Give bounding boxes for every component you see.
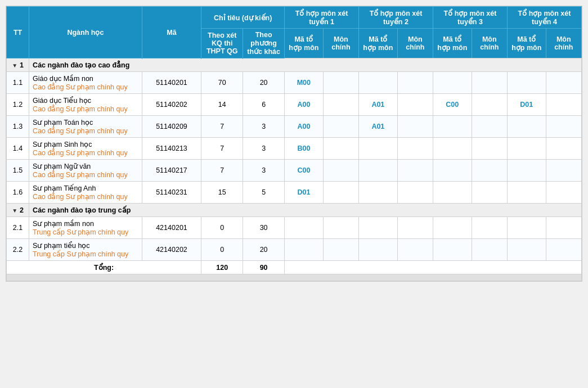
row-ma-hop1: D01 bbox=[285, 182, 324, 204]
row-ma-hop4 bbox=[507, 138, 546, 160]
row-mon2 bbox=[397, 94, 433, 116]
row-mon3 bbox=[472, 94, 507, 116]
total-theo-pp: 90 bbox=[243, 261, 285, 274]
row-nganh-link[interactable]: Trung cấp Sư phạm chính quy bbox=[33, 250, 128, 258]
row-mon1 bbox=[323, 160, 358, 182]
row-mon2 bbox=[397, 72, 433, 94]
row-ma-hop1: A00 bbox=[285, 94, 324, 116]
header-mon-chinh-4: Môn chính bbox=[546, 29, 581, 58]
header-nganh: Ngành học bbox=[29, 7, 142, 58]
row-mon1 bbox=[323, 239, 358, 261]
row-theo-pp: 20 bbox=[243, 239, 285, 261]
row-mon2 bbox=[397, 217, 433, 239]
row-ma-hop2 bbox=[359, 239, 398, 261]
header-mon-chinh-1: Môn chính bbox=[323, 29, 358, 58]
row-theo-kq: 7 bbox=[201, 138, 243, 160]
table-row: 2.2 Sư phạm tiểu học Trung cấp Sư phạm c… bbox=[7, 239, 582, 261]
row-nganh-link[interactable]: Cao đẳng Sư phạm chính quy bbox=[33, 105, 128, 113]
section-id: ▼1 bbox=[7, 58, 29, 72]
row-ma-hop4 bbox=[507, 217, 546, 239]
row-ma: 51140201 bbox=[142, 72, 201, 94]
total-theo-kq: 120 bbox=[201, 261, 243, 274]
row-ma-hop4 bbox=[507, 239, 546, 261]
row-ma-hop3 bbox=[433, 182, 472, 204]
row-ma-hop4 bbox=[507, 72, 546, 94]
row-mon4 bbox=[546, 182, 581, 204]
row-nganh: Sư phạm mầm non Trung cấp Sư phạm chính … bbox=[29, 217, 142, 239]
row-tt: 1.1 bbox=[7, 72, 29, 94]
table-row: 2.1 Sư phạm mầm non Trung cấp Sư phạm ch… bbox=[7, 217, 582, 239]
header-theo-kq: Theo xét KQ thi THPT QG bbox=[201, 29, 243, 58]
row-ma: 51140231 bbox=[142, 182, 201, 204]
table-row: 1.6 Sư phạm Tiếng Anh Cao đẳng Sư phạm c… bbox=[7, 182, 582, 204]
row-nganh-link[interactable]: Cao đẳng Sư phạm chính quy bbox=[33, 193, 128, 201]
row-tt: 2.2 bbox=[7, 239, 29, 261]
row-nganh-link[interactable]: Cao đẳng Sư phạm chính quy bbox=[33, 83, 128, 91]
row-theo-kq: 15 bbox=[201, 182, 243, 204]
header-to-hop-3: Tổ hợp môn xét tuyển 3 bbox=[433, 7, 508, 29]
row-tt: 1.5 bbox=[7, 160, 29, 182]
row-theo-pp: 3 bbox=[243, 160, 285, 182]
row-mon1 bbox=[323, 94, 358, 116]
row-mon3 bbox=[472, 182, 507, 204]
header-to-hop-2: Tổ hợp môn xét tuyển 2 bbox=[359, 7, 433, 29]
table-row: 1.5 Sư phạm Ngữ văn Cao đẳng Sư phạm chí… bbox=[7, 160, 582, 182]
total-empty bbox=[285, 261, 582, 274]
header-ma-hop-2: Mã tổ hợp môn bbox=[359, 29, 398, 58]
row-ma-hop1: C00 bbox=[285, 160, 324, 182]
header-tt: TT bbox=[7, 7, 29, 58]
row-nganh: Giáo dục Mầm non Cao đẳng Sư phạm chính … bbox=[29, 72, 142, 94]
row-ma-hop2 bbox=[359, 182, 398, 204]
row-theo-kq: 0 bbox=[201, 239, 243, 261]
row-ma-hop2 bbox=[359, 72, 398, 94]
row-ma-hop1 bbox=[285, 217, 324, 239]
table-row: 1.3 Sư phạm Toán học Cao đẳng Sư phạm ch… bbox=[7, 116, 582, 138]
row-ma-hop2 bbox=[359, 217, 398, 239]
row-ma-hop3: C00 bbox=[433, 94, 472, 116]
row-mon3 bbox=[472, 160, 507, 182]
header-ma-hop-1: Mã tổ hợp môn bbox=[285, 29, 324, 58]
row-tt: 1.6 bbox=[7, 182, 29, 204]
section-label: Các ngành đào tạo cao đẳng bbox=[29, 58, 582, 72]
header-ma-hop-3: Mã tổ hợp môn bbox=[433, 29, 472, 58]
section-row: ▼2 Các ngành đào tạo trung cấp bbox=[7, 204, 582, 217]
row-mon2 bbox=[397, 138, 433, 160]
row-theo-pp: 6 bbox=[243, 94, 285, 116]
row-mon3 bbox=[472, 138, 507, 160]
scrollbar-row[interactable] bbox=[7, 274, 582, 281]
total-row: Tổng: 120 90 bbox=[7, 261, 582, 274]
row-ma-hop2 bbox=[359, 160, 398, 182]
row-theo-kq: 7 bbox=[201, 160, 243, 182]
header-chi-tieu: Chỉ tiêu (dự kiến) bbox=[201, 7, 285, 29]
row-theo-kq: 14 bbox=[201, 94, 243, 116]
row-theo-pp: 3 bbox=[243, 116, 285, 138]
row-ma: 51140202 bbox=[142, 94, 201, 116]
row-nganh-link[interactable]: Cao đẳng Sư phạm chính quy bbox=[33, 149, 128, 157]
row-ma-hop3 bbox=[433, 116, 472, 138]
row-mon1 bbox=[323, 138, 358, 160]
row-ma-hop3 bbox=[433, 72, 472, 94]
row-ma-hop1: A00 bbox=[285, 116, 324, 138]
row-mon1 bbox=[323, 182, 358, 204]
row-tt: 1.3 bbox=[7, 116, 29, 138]
row-ma-hop3 bbox=[433, 138, 472, 160]
table-row: 1.2 Giáo dục Tiểu học Cao đẳng Sư phạm c… bbox=[7, 94, 582, 116]
row-tt: 1.4 bbox=[7, 138, 29, 160]
row-nganh-link[interactable]: Trung cấp Sư phạm chính quy bbox=[33, 228, 128, 236]
total-label: Tổng: bbox=[7, 261, 201, 274]
row-ma-hop3 bbox=[433, 239, 472, 261]
row-mon2 bbox=[397, 239, 433, 261]
row-ma: 51140209 bbox=[142, 116, 201, 138]
row-ma-hop4 bbox=[507, 160, 546, 182]
row-nganh: Sư phạm Toán học Cao đẳng Sư phạm chính … bbox=[29, 116, 142, 138]
section-id: ▼2 bbox=[7, 204, 29, 217]
row-mon3 bbox=[472, 239, 507, 261]
row-ma: 51140213 bbox=[142, 138, 201, 160]
row-ma-hop2 bbox=[359, 138, 398, 160]
row-ma: 42140201 bbox=[142, 217, 201, 239]
row-nganh: Sư phạm tiểu học Trung cấp Sư phạm chính… bbox=[29, 239, 142, 261]
row-nganh-link[interactable]: Cao đẳng Sư phạm chính quy bbox=[33, 127, 128, 135]
row-mon1 bbox=[323, 217, 358, 239]
row-mon4 bbox=[546, 72, 581, 94]
row-nganh-link[interactable]: Cao đẳng Sư phạm chính quy bbox=[33, 171, 128, 179]
